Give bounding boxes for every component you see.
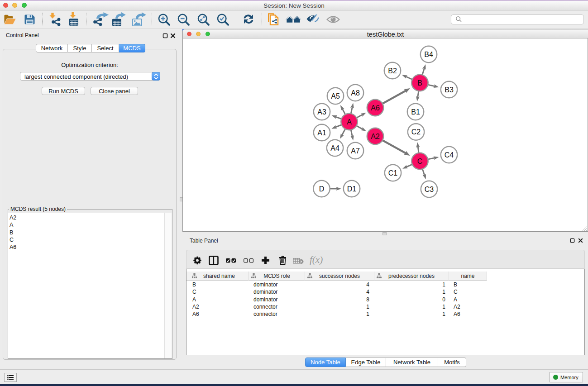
svg-text:D: D (319, 185, 325, 193)
svg-text:C1: C1 (388, 169, 398, 177)
svg-text:C2: C2 (411, 128, 421, 136)
svg-text:C3: C3 (425, 186, 434, 193)
svg-text:A1: A1 (317, 129, 326, 137)
svg-text:C: C (417, 157, 423, 165)
svg-text:B4: B4 (424, 51, 433, 58)
svg-text:A6: A6 (371, 104, 380, 112)
svg-text:C4: C4 (445, 151, 454, 159)
svg-text:A7: A7 (351, 147, 360, 155)
svg-text:A2: A2 (371, 133, 380, 140)
svg-text:B3: B3 (445, 86, 454, 94)
svg-text:A8: A8 (351, 89, 360, 97)
svg-text:B1: B1 (411, 108, 420, 116)
svg-text:A3: A3 (317, 108, 326, 116)
svg-text:A: A (347, 118, 352, 126)
svg-text:B: B (417, 79, 422, 87)
svg-text:B2: B2 (388, 67, 397, 75)
svg-text:A4: A4 (330, 144, 339, 152)
svg-text:D1: D1 (347, 185, 357, 193)
svg-text:A5: A5 (331, 92, 340, 100)
